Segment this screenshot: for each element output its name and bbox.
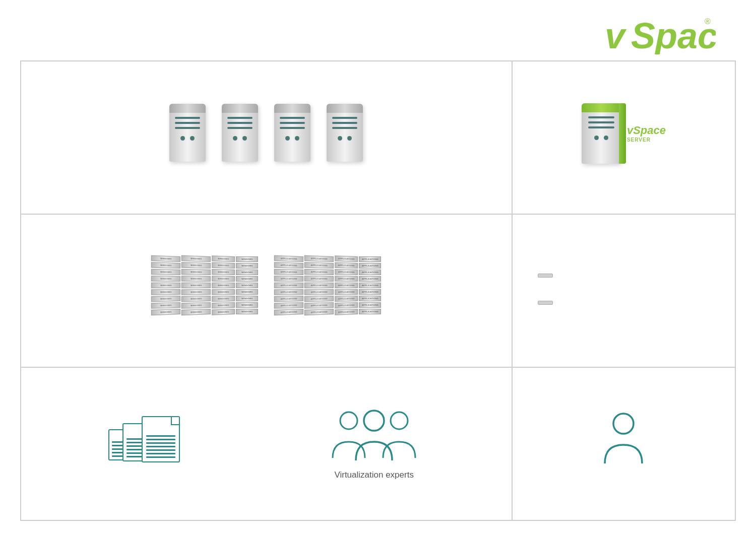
- cell-mid-left: WINDOWS WINDOWS WINDOWS WINDOWS WINDOWS …: [21, 214, 512, 367]
- cell-top-right: vSpace SERVER: [512, 61, 735, 214]
- server-tower-2: [222, 104, 258, 162]
- stacks-visual: WINDOWS WINDOWS WINDOWS WINDOWS WINDOWS …: [151, 256, 381, 315]
- storage-wrapper: [108, 416, 180, 472]
- cell-top-left: [21, 61, 512, 214]
- windows-os-item: [538, 271, 553, 284]
- svg-point-5: [364, 411, 384, 431]
- storage-icon: [108, 416, 180, 462]
- cell-bot-right: [512, 367, 735, 520]
- svg-text:®: ®: [705, 17, 711, 26]
- servers-row: [169, 104, 363, 162]
- apps-item: [538, 298, 553, 311]
- svg-point-6: [613, 414, 634, 434]
- apps-badge: [538, 301, 553, 305]
- vspace-logo: v Space ®: [605, 14, 716, 54]
- cell-mid-right: [512, 214, 735, 367]
- main-grid: vSpace SERVER WINDOWS WINDOWS WINDOWS: [20, 60, 736, 521]
- vspace-server-icon: vSpace SERVER: [582, 103, 666, 164]
- cell-bot-left: Virtualization experts: [21, 367, 512, 520]
- single-person-icon: [601, 411, 646, 468]
- windows-badge: [538, 274, 553, 278]
- server-tower-4: [327, 104, 363, 162]
- server-tower-1: [169, 104, 206, 162]
- virt-experts-label: Virtualization experts: [334, 470, 414, 480]
- svg-point-3: [340, 412, 357, 429]
- svg-point-4: [391, 412, 408, 429]
- virt-experts-section: Virtualization experts: [324, 408, 424, 480]
- server-tower-3: [274, 104, 310, 162]
- svg-text:v: v: [605, 16, 627, 54]
- svg-text:Space: Space: [631, 16, 716, 54]
